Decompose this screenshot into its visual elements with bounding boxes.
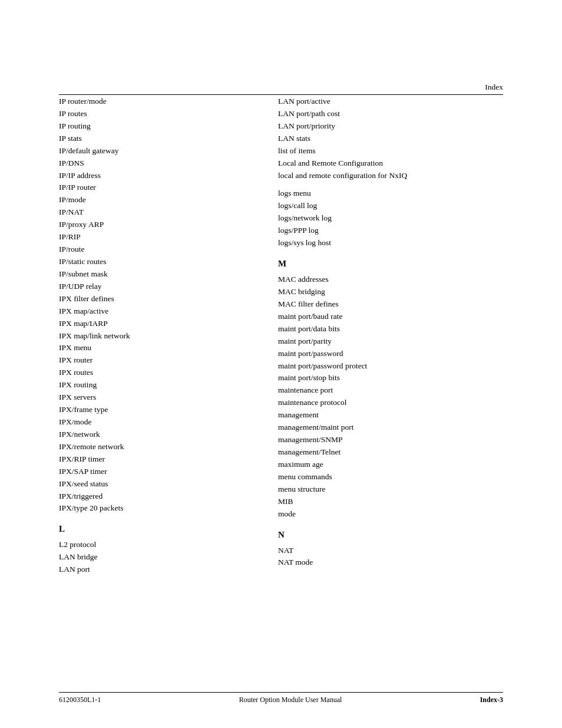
list-item: IPX filter defines bbox=[59, 293, 260, 305]
list-item: list of items bbox=[278, 145, 503, 157]
list-item: LAN bridge bbox=[59, 551, 260, 564]
list-item: LAN port/path cost bbox=[278, 108, 503, 120]
list-item: IP/UDP relay bbox=[59, 281, 260, 293]
page-header: Index bbox=[59, 83, 503, 95]
list-item: maint port/stop bits bbox=[278, 372, 503, 384]
list-item: IPX menu bbox=[59, 342, 260, 354]
list-item: maintenance protocol bbox=[278, 397, 503, 409]
footer-left: 61200350L1-1 bbox=[59, 696, 101, 704]
list-item: IPX/SAP timer bbox=[59, 466, 260, 478]
header-title: Index bbox=[485, 83, 503, 92]
list-item: MAC bridging bbox=[278, 286, 503, 298]
list-item: LAN port/priority bbox=[278, 120, 503, 133]
list-item: IPX servers bbox=[59, 391, 260, 404]
list-item: menu commands bbox=[278, 471, 503, 483]
list-item: IPX map/IARP bbox=[59, 318, 260, 330]
list-item: IP router/mode bbox=[59, 95, 260, 108]
list-item: IP/subnet mask bbox=[59, 268, 260, 281]
list-item: NAT bbox=[278, 545, 503, 557]
section-header-m: M bbox=[278, 258, 503, 270]
list-item: maint port/parity bbox=[278, 335, 503, 348]
section-header-l: L bbox=[59, 523, 260, 535]
list-item: IP/static routes bbox=[59, 256, 260, 268]
list-item: IP stats bbox=[59, 133, 260, 145]
list-item: Local and Remote Configuration bbox=[278, 157, 503, 170]
list-item: maintenance port bbox=[278, 384, 503, 397]
list-item: management bbox=[278, 409, 503, 421]
list-item: IP/IP router bbox=[59, 182, 260, 194]
list-item: logs/sys log host bbox=[278, 237, 503, 249]
list-item: MIB bbox=[278, 496, 503, 508]
list-item: L2 protocol bbox=[59, 539, 260, 551]
page-footer: 61200350L1-1 Router Option Module User M… bbox=[59, 692, 503, 704]
list-item: IPX/frame type bbox=[59, 404, 260, 416]
list-item: IPX router bbox=[59, 354, 260, 367]
list-item: LAN stats bbox=[278, 133, 503, 145]
list-item: maint port/baud rate bbox=[278, 311, 503, 323]
list-item: IP routing bbox=[59, 120, 260, 133]
list-item: maximum age bbox=[278, 459, 503, 471]
list-item: IPX/network bbox=[59, 429, 260, 441]
list-item: mode bbox=[278, 508, 503, 521]
list-item: NAT mode bbox=[278, 556, 503, 569]
list-item: logs menu bbox=[278, 187, 503, 200]
spacer bbox=[278, 182, 503, 187]
list-item: maint port/password bbox=[278, 348, 503, 360]
list-item: IP/mode bbox=[59, 194, 260, 206]
content-area: IP router/mode IP routes IP routing IP s… bbox=[59, 95, 503, 681]
list-item: LAN port bbox=[59, 564, 260, 576]
list-item: IPX/mode bbox=[59, 416, 260, 429]
list-item: MAC filter defines bbox=[278, 298, 503, 311]
page-container: Index IP router/mode IP routes IP routin… bbox=[0, 0, 562, 728]
list-item: management/Telnet bbox=[278, 446, 503, 459]
list-item: management/SNMP bbox=[278, 434, 503, 446]
footer-center: Router Option Module User Manual bbox=[239, 696, 342, 704]
list-item: IP/IP address bbox=[59, 170, 260, 182]
list-item: IP/route bbox=[59, 243, 260, 256]
list-item: IP/DNS bbox=[59, 157, 260, 170]
list-item: logs/PPP log bbox=[278, 225, 503, 237]
list-item: MAC addresses bbox=[278, 274, 503, 286]
list-item: IPX routes bbox=[59, 367, 260, 379]
list-item: IPX/triggered bbox=[59, 490, 260, 503]
list-item: maint port/data bits bbox=[278, 323, 503, 335]
footer-right: Index-3 bbox=[480, 696, 503, 704]
list-item: IPX routing bbox=[59, 379, 260, 391]
list-item: IP/proxy ARP bbox=[59, 219, 260, 231]
list-item: management/maint port bbox=[278, 421, 503, 434]
list-item: IP/default gateway bbox=[59, 145, 260, 157]
list-item: LAN port/active bbox=[278, 95, 503, 108]
list-item: IP/RIP bbox=[59, 231, 260, 243]
list-item: IP/NAT bbox=[59, 206, 260, 219]
list-item: logs/call log bbox=[278, 200, 503, 212]
left-column: IP router/mode IP routes IP routing IP s… bbox=[59, 95, 272, 681]
list-item: logs/network log bbox=[278, 212, 503, 225]
section-header-n: N bbox=[278, 529, 503, 541]
list-item: IPX map/active bbox=[59, 305, 260, 318]
list-item: IPX/seed status bbox=[59, 478, 260, 490]
list-item: menu structure bbox=[278, 483, 503, 496]
list-item: maint port/password protect bbox=[278, 360, 503, 373]
list-item: IPX/remote network bbox=[59, 441, 260, 453]
list-item: IPX map/link network bbox=[59, 330, 260, 342]
list-item: IP routes bbox=[59, 108, 260, 120]
right-column: LAN port/active LAN port/path cost LAN p… bbox=[272, 95, 503, 681]
list-item: IPX/type 20 packets bbox=[59, 502, 260, 515]
list-item: IPX/RIP timer bbox=[59, 453, 260, 466]
list-item: local and remote configuration for NxIQ bbox=[278, 170, 503, 182]
